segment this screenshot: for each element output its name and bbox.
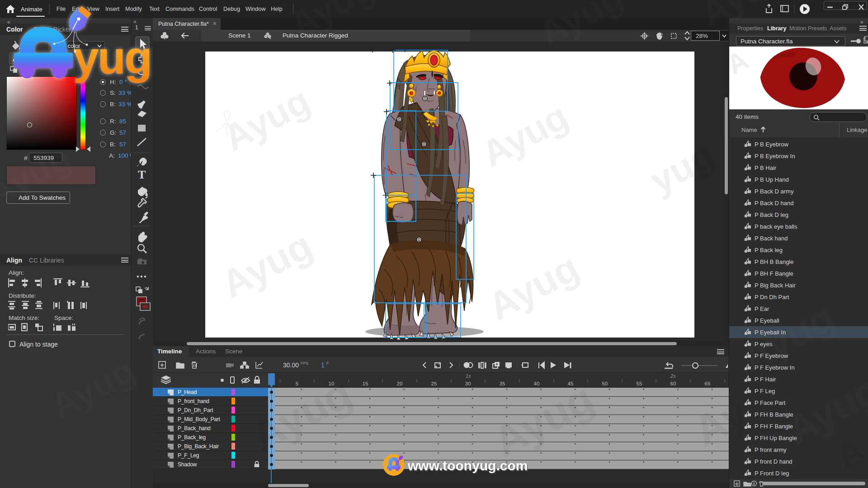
svg-text:2s: 2s xyxy=(670,373,676,379)
svg-text:45: 45 xyxy=(568,381,574,386)
svg-text:10: 10 xyxy=(329,381,335,386)
svg-text:yug: yug xyxy=(643,134,721,202)
svg-text:55: 55 xyxy=(637,381,642,386)
svg-text:A: A xyxy=(439,361,441,366)
svg-text:5: 5 xyxy=(296,381,298,386)
svg-text:60: 60 xyxy=(670,381,676,386)
svg-text:Ayug: Ayug xyxy=(481,245,586,328)
svg-text:20: 20 xyxy=(397,381,403,386)
svg-text:15: 15 xyxy=(363,381,368,386)
svg-text:40: 40 xyxy=(534,381,540,386)
svg-text:50: 50 xyxy=(602,381,608,386)
svg-text:30: 30 xyxy=(465,381,471,386)
svg-text:Ayug: Ayug xyxy=(217,80,316,159)
svg-text:1: 1 xyxy=(321,361,325,369)
svg-text:T: T xyxy=(138,168,146,181)
svg-text:A: A xyxy=(729,47,753,80)
svg-text:Ayug: Ayug xyxy=(475,95,575,174)
svg-text:35: 35 xyxy=(500,381,505,386)
svg-text:25: 25 xyxy=(431,381,437,386)
svg-text:FPS: FPS xyxy=(301,361,309,366)
svg-text:30.00: 30.00 xyxy=(283,361,299,369)
svg-text:F: F xyxy=(326,361,329,366)
svg-text:65: 65 xyxy=(705,381,711,386)
svg-text:Ayug: Ayug xyxy=(214,223,319,306)
svg-text:1s: 1s xyxy=(466,373,471,379)
